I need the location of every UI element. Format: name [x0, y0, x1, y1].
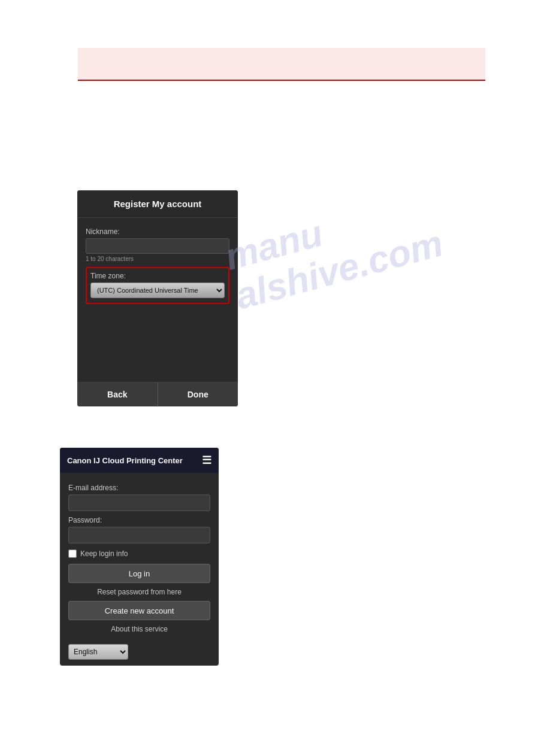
back-button[interactable]: Back	[77, 382, 158, 406]
language-select-wrapper: English Japanese French German Spanish	[68, 644, 128, 660]
dialog-spacer	[86, 304, 229, 376]
login-panel: Canon IJ Cloud Printing Center ☰ E-mail …	[60, 448, 219, 666]
email-input[interactable]	[68, 494, 210, 511]
top-banner	[78, 48, 485, 81]
panel-title: Canon IJ Cloud Printing Center	[67, 456, 183, 465]
nickname-label: Nickname:	[86, 227, 229, 236]
timezone-label: Time zone:	[90, 272, 225, 280]
panel-header: Canon IJ Cloud Printing Center ☰	[60, 448, 219, 473]
dialog-title: Register My account	[77, 190, 238, 218]
panel-footer: English Japanese French German Spanish	[60, 639, 219, 666]
register-dialog: Register My account Nickname: 1 to 20 ch…	[77, 190, 238, 406]
nickname-hint: 1 to 20 characters	[86, 256, 229, 262]
create-account-button[interactable]: Create new account	[68, 601, 210, 620]
login-button[interactable]: Log in	[68, 564, 210, 583]
language-select[interactable]: English Japanese French German Spanish	[68, 644, 128, 660]
panel-body: E-mail address: Password: Keep login inf…	[60, 473, 219, 639]
keep-login-label: Keep login info	[80, 549, 128, 558]
keep-login-checkbox[interactable]	[68, 549, 77, 558]
keep-login-row: Keep login info	[68, 549, 210, 558]
menu-icon[interactable]: ☰	[202, 454, 211, 467]
dialog-body: Nickname: 1 to 20 characters Time zone: …	[77, 218, 238, 382]
timezone-select[interactable]: (UTC-12:00) International Date Line West…	[90, 283, 225, 298]
timezone-select-wrapper: (UTC-12:00) International Date Line West…	[90, 283, 225, 298]
timezone-section: Time zone: (UTC-12:00) International Dat…	[86, 267, 229, 304]
done-button[interactable]: Done	[158, 382, 238, 406]
email-label: E-mail address:	[68, 484, 210, 492]
watermark: manu alshive.com	[220, 183, 447, 317]
nickname-input[interactable]	[86, 238, 229, 254]
dialog-footer: Back Done	[77, 382, 238, 406]
reset-password-link[interactable]: Reset password from here	[68, 588, 210, 596]
password-input[interactable]	[68, 527, 210, 544]
about-service-link[interactable]: About this service	[68, 625, 210, 633]
password-label: Password:	[68, 516, 210, 524]
